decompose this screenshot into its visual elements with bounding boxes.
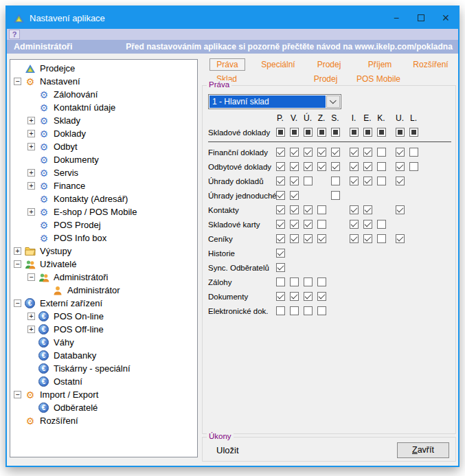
checkbox-checked[interactable]: [350, 177, 359, 185]
checkbox-mixed[interactable]: [276, 128, 285, 137]
checkbox-checked[interactable]: [304, 220, 313, 229]
checkbox-checked[interactable]: [290, 177, 299, 185]
tree-item[interactable]: +⚙E-shop / POS Mobile: [10, 205, 197, 218]
checkbox-unchecked[interactable]: [409, 162, 418, 171]
checkbox-checked[interactable]: [276, 148, 285, 157]
checkbox-unchecked[interactable]: [409, 148, 418, 157]
checkbox-checked[interactable]: [396, 234, 405, 243]
tree-item[interactable]: Administrátor: [10, 284, 197, 297]
tab-prava[interactable]: Práva: [209, 58, 245, 71]
checkbox-checked[interactable]: [317, 148, 326, 157]
checkbox-checked[interactable]: [290, 292, 299, 301]
checkbox-checked[interactable]: [304, 148, 313, 157]
checkbox-checked[interactable]: [276, 220, 285, 229]
tree-item[interactable]: +⚙Odbyt: [10, 140, 197, 153]
checkbox-unchecked[interactable]: [377, 220, 386, 229]
checkbox-checked[interactable]: [290, 234, 299, 243]
collapse-icon[interactable]: −: [14, 78, 21, 85]
checkbox-unchecked[interactable]: [304, 306, 313, 315]
checkbox-checked[interactable]: [350, 220, 359, 229]
tree-item[interactable]: +⚙Sklady: [10, 114, 197, 127]
tree-item[interactable]: €Odběratelé: [10, 401, 197, 414]
tab-rozsireni[interactable]: Rozšíření: [407, 59, 454, 70]
checkbox-checked[interactable]: [290, 220, 299, 229]
checkbox-unchecked[interactable]: [304, 177, 313, 185]
tab-prijem[interactable]: Příjem: [362, 59, 398, 70]
tree-item[interactable]: −€Externí zařízení: [10, 297, 197, 310]
checkbox-checked[interactable]: [350, 205, 359, 214]
tree-item[interactable]: €Váhy: [10, 336, 197, 349]
collapse-icon[interactable]: −: [14, 391, 21, 398]
close-button[interactable]: ×: [433, 7, 458, 29]
checkbox-checked[interactable]: [363, 234, 372, 243]
checkbox-checked[interactable]: [396, 148, 405, 157]
checkbox-checked[interactable]: [317, 162, 326, 171]
tree-item[interactable]: ⚙Zálohování: [10, 88, 197, 101]
checkbox-mixed[interactable]: [409, 128, 418, 137]
tree-item[interactable]: ⚙POS Info box: [10, 231, 197, 245]
tree-item[interactable]: +⚙Finance: [10, 179, 197, 192]
warehouse-select-dropdown-button[interactable]: [326, 95, 340, 108]
checkbox-checked[interactable]: [396, 162, 405, 171]
tree-item[interactable]: +€POS On-line: [10, 310, 197, 323]
checkbox-checked[interactable]: [331, 162, 340, 171]
expand-icon[interactable]: +: [27, 130, 35, 137]
tree-item[interactable]: €Ostatní: [10, 375, 197, 388]
tree-item[interactable]: −Administrátoři: [10, 271, 197, 284]
checkbox-mixed[interactable]: [290, 128, 299, 137]
checkbox-unchecked[interactable]: [331, 191, 340, 200]
tab-pos-mobile[interactable]: POS Mobile: [350, 73, 407, 84]
checkbox-unchecked[interactable]: [276, 277, 285, 286]
tree-item[interactable]: ⚙Kontakty (Adresář): [10, 192, 197, 205]
checkbox-checked[interactable]: [290, 191, 299, 200]
expand-icon[interactable]: +: [27, 208, 35, 216]
tree-item[interactable]: −⚙Import / Export: [10, 388, 197, 401]
checkbox-unchecked[interactable]: [317, 205, 326, 214]
checkbox-checked[interactable]: [276, 177, 285, 185]
tree-item[interactable]: ⚙POS Prodej: [10, 218, 197, 231]
checkbox-mixed[interactable]: [396, 128, 405, 137]
checkbox-checked[interactable]: [304, 162, 313, 171]
checkbox-checked[interactable]: [276, 162, 285, 171]
checkbox-mixed[interactable]: [317, 128, 326, 137]
checkbox-checked[interactable]: [276, 263, 285, 272]
checkbox-unchecked[interactable]: [276, 306, 285, 315]
collapse-icon[interactable]: −: [14, 260, 21, 268]
checkbox-checked[interactable]: [396, 205, 405, 214]
checkbox-mixed[interactable]: [377, 128, 386, 137]
expand-icon[interactable]: +: [27, 313, 35, 320]
close-dialog-button[interactable]: Zavřít: [397, 442, 449, 458]
checkbox-checked[interactable]: [331, 148, 340, 157]
maximize-button[interactable]: [409, 7, 433, 29]
tree-item[interactable]: Prodejce: [10, 62, 197, 75]
tree-item[interactable]: +Výstupy: [10, 245, 197, 258]
checkbox-checked[interactable]: [350, 148, 359, 157]
checkbox-unchecked[interactable]: [304, 277, 313, 286]
checkbox-unchecked[interactable]: [377, 234, 386, 243]
checkbox-unchecked[interactable]: [317, 220, 326, 229]
checkbox-unchecked[interactable]: [317, 306, 326, 315]
checkbox-checked[interactable]: [304, 205, 313, 214]
checkbox-checked[interactable]: [350, 234, 359, 243]
checkbox-checked[interactable]: [290, 162, 299, 171]
tab-prodej[interactable]: Prodej: [311, 59, 348, 70]
checkbox-checked[interactable]: [363, 162, 372, 171]
checkbox-checked[interactable]: [290, 205, 299, 214]
checkbox-unchecked[interactable]: [377, 162, 386, 171]
checkbox-checked[interactable]: [276, 191, 285, 200]
checkbox-unchecked[interactable]: [290, 306, 299, 315]
minimize-button[interactable]: −: [384, 7, 409, 29]
expand-icon[interactable]: +: [27, 117, 35, 124]
help-button[interactable]: ?: [9, 30, 20, 39]
checkbox-checked[interactable]: [290, 148, 299, 157]
tab-specialni[interactable]: Speciální: [255, 59, 301, 70]
tree-item[interactable]: +⚙Doklady: [10, 127, 197, 140]
checkbox-unchecked[interactable]: [331, 177, 340, 185]
checkbox-checked[interactable]: [276, 205, 285, 214]
tree-item[interactable]: −Uživatelé: [10, 258, 197, 271]
checkbox-unchecked[interactable]: [377, 148, 386, 157]
expand-icon[interactable]: +: [27, 182, 35, 190]
checkbox-checked[interactable]: [276, 234, 285, 243]
tree-item[interactable]: €Databanky: [10, 349, 197, 362]
tree-item[interactable]: ⚙Kontaktní údaje: [10, 101, 197, 114]
